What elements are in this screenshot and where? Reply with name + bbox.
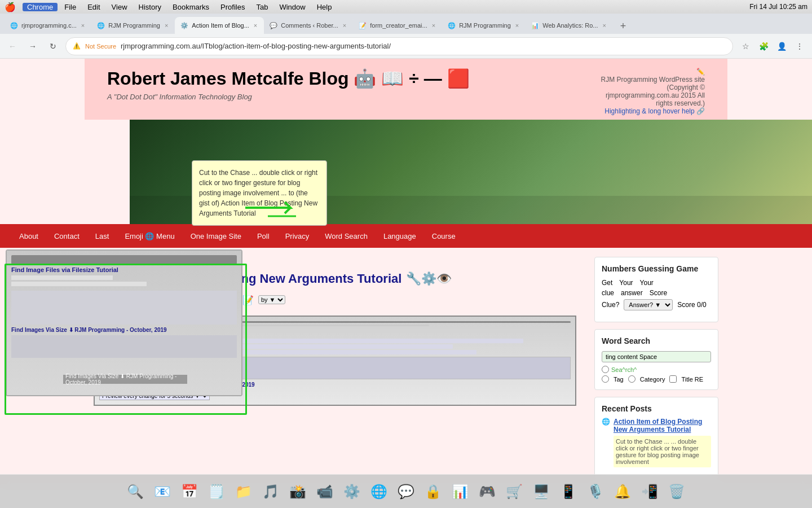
- tab-action-item[interactable]: ⚙️ Action Item of Blog... ×: [175, 17, 264, 34]
- tab-comments[interactable]: 💬 Comments ‹ Rober... ×: [264, 17, 353, 34]
- dock-podcast[interactable]: 🎙️: [583, 479, 608, 504]
- apple-icon[interactable]: 🍎: [5, 2, 16, 12]
- dock-stats[interactable]: 📊: [448, 479, 473, 504]
- bookmark-button[interactable]: ☆: [738, 38, 753, 54]
- nav-emoji-menu[interactable]: Emoji 🌐 Menu: [117, 224, 182, 248]
- dock-store[interactable]: 🛒: [502, 479, 527, 504]
- dock-messages[interactable]: 💬: [394, 479, 418, 504]
- tab-close-6[interactable]: ×: [514, 21, 520, 30]
- title-re-label: Title RE: [681, 376, 703, 383]
- tab-close-2[interactable]: ×: [164, 21, 169, 30]
- nav-about[interactable]: About: [11, 224, 46, 248]
- nav-course[interactable]: Course: [424, 224, 464, 248]
- tab-favicon-1: 🌐: [10, 22, 18, 29]
- menu-bookmarks[interactable]: Bookmarks: [168, 3, 214, 11]
- dock-music[interactable]: 🎵: [258, 479, 283, 504]
- tab-rjmprogramming2[interactable]: 🌐 RJM Programming ×: [91, 17, 175, 34]
- dock-security[interactable]: 🔒: [421, 479, 445, 504]
- tab-form-creator[interactable]: 📝 form_creator_emai... ×: [353, 17, 442, 34]
- nav-word-search[interactable]: Word Search: [317, 224, 376, 248]
- dock-trash[interactable]: 🗑️: [664, 479, 689, 504]
- nav-language[interactable]: Language: [376, 224, 424, 248]
- menu-tab[interactable]: Tab: [251, 3, 272, 11]
- extensions-button[interactable]: 🧩: [756, 38, 771, 54]
- dock-photos[interactable]: 📸: [285, 479, 310, 504]
- url-text: rjmprogramming.com.au/ITblog/action-item…: [121, 42, 726, 50]
- tab-favicon-7: 📊: [531, 22, 539, 29]
- popup-bar1: [11, 275, 113, 280]
- tab-close-1[interactable]: ×: [80, 21, 86, 30]
- blog-title-area: Robert James Metcalfe Blog 🤖 📖 ÷ — 🟥 A "…: [107, 68, 470, 101]
- tab-analytics[interactable]: 📊 Web Analytics: Ro... ×: [526, 17, 613, 34]
- tab-rjmprogramming1[interactable]: 🌐 rjmprogramming.c... ×: [5, 17, 91, 34]
- new-tab-button[interactable]: +: [615, 18, 631, 34]
- menu-profiles[interactable]: Profiles: [216, 3, 249, 11]
- tab-rjmprogramming3[interactable]: 🌐 RJM Programming ×: [442, 17, 526, 34]
- clue-question: Clue?: [602, 301, 619, 309]
- word-search-widget: Word Search Sea^rch^ Tag Category: [594, 329, 718, 390]
- menu-chrome[interactable]: Chrome: [23, 3, 58, 11]
- score-display: Score 0/0: [677, 301, 706, 309]
- tab-title-2: RJM Programming: [108, 22, 160, 29]
- search-type-row: Sea^rch^: [602, 366, 711, 373]
- tab-title-6: RJM Programming: [459, 22, 511, 29]
- menu-button[interactable]: ⋮: [792, 38, 807, 54]
- dock-notifications[interactable]: 🔔: [610, 479, 635, 504]
- recent-post-icon: 🌐: [602, 418, 610, 467]
- recent-post-desc: Cut to the Chase ... ... double click or…: [614, 436, 711, 467]
- back-button[interactable]: ←: [5, 38, 20, 54]
- dock-files[interactable]: 📁: [231, 479, 256, 504]
- dock-mail[interactable]: 📧: [150, 479, 175, 504]
- dock-finder[interactable]: 🔍: [123, 479, 148, 504]
- numbers-game-row2: clue answer Score: [602, 289, 711, 297]
- answer-select[interactable]: Answer? ▼: [624, 299, 673, 310]
- dock-apps[interactable]: 📲: [637, 479, 662, 504]
- green-arrow-svg: [245, 196, 313, 219]
- blog-header-right: ✏️ RJM Programming WordPress site (Copyr…: [601, 68, 705, 115]
- hero-nav-container: Find Image Files via Filesize Tutorial F…: [0, 120, 812, 224]
- address-bar[interactable]: ⚠️ Not Secure rjmprogramming.com.au/ITbl…: [65, 37, 733, 55]
- dock-calendar[interactable]: 📅: [177, 479, 202, 504]
- highlighting-help-link[interactable]: Highlighting & long hover help 🔗: [604, 107, 705, 115]
- profile-button[interactable]: 👤: [774, 38, 789, 54]
- title-re-checkbox[interactable]: [669, 375, 677, 383]
- tab-close-4[interactable]: ×: [342, 21, 347, 30]
- post-view-select[interactable]: by ▼: [258, 295, 285, 304]
- forward-button[interactable]: →: [25, 38, 41, 54]
- reload-button[interactable]: ↻: [45, 38, 61, 54]
- clue-label: clue: [602, 289, 614, 297]
- nav-contact[interactable]: Contact: [46, 224, 87, 248]
- menu-history[interactable]: History: [134, 3, 166, 11]
- dock-games[interactable]: 🎮: [475, 479, 500, 504]
- dock-settings[interactable]: ⚙️: [339, 479, 364, 504]
- recent-post-link[interactable]: Action Item of Blog Posting New Argument…: [614, 418, 702, 433]
- nav-one-image[interactable]: One Image Site: [183, 224, 249, 248]
- dock-safari[interactable]: 🌐: [367, 479, 391, 504]
- tag-radio[interactable]: [602, 375, 609, 383]
- popup-inner-bar: Find Images Via Size ⬇ RJM Programming -…: [63, 375, 187, 384]
- nav-last[interactable]: Last: [87, 224, 117, 248]
- menu-file[interactable]: File: [60, 3, 81, 11]
- tab-close-5[interactable]: ×: [431, 21, 436, 30]
- tab-favicon-6: 🌐: [448, 22, 456, 29]
- dock-screen[interactable]: 🖥️: [529, 479, 554, 504]
- popup-sub-title: Find Images Via Size ⬇ RJM Programming -…: [11, 327, 237, 333]
- menu-view[interactable]: View: [107, 3, 132, 11]
- nav-privacy[interactable]: Privacy: [277, 224, 317, 248]
- menu-window[interactable]: Window: [275, 3, 310, 11]
- recent-posts-title: Recent Posts: [602, 404, 711, 413]
- category-radio[interactable]: [628, 375, 636, 383]
- sea-radio[interactable]: [602, 366, 609, 373]
- dock-phone[interactable]: 📱: [556, 479, 581, 504]
- word-search-input[interactable]: [602, 351, 711, 362]
- search-radio-row: Tag Category Title RE: [602, 375, 711, 383]
- recent-post-1: 🌐 Action Item of Blog Posting New Argume…: [602, 418, 711, 467]
- menu-edit[interactable]: Edit: [83, 3, 104, 11]
- blog-title-emojis: 🤖 📖 ÷ — 🟥: [354, 68, 469, 89]
- dock-facetime[interactable]: 📹: [312, 479, 337, 504]
- nav-poll[interactable]: Poll: [249, 224, 277, 248]
- tab-close-7[interactable]: ×: [602, 21, 607, 30]
- tab-close-3[interactable]: ×: [253, 21, 258, 30]
- dock-notes[interactable]: 🗒️: [204, 479, 229, 504]
- menu-help[interactable]: Help: [312, 3, 337, 11]
